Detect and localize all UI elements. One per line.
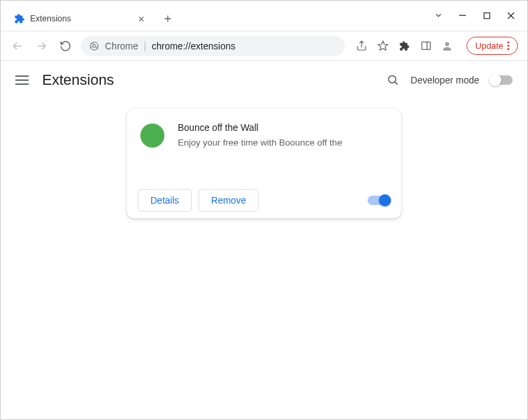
omnibox-separator: |	[144, 40, 146, 52]
extensions-content: Bounce off the Wall Enjoy your free time…	[1, 99, 527, 218]
forward-button[interactable]	[31, 36, 51, 56]
extension-icon	[140, 124, 164, 148]
developer-mode-toggle[interactable]	[490, 75, 513, 85]
chrome-icon	[89, 41, 100, 51]
update-label: Update	[475, 41, 503, 51]
page-title: Extensions	[42, 71, 114, 89]
close-button[interactable]	[506, 11, 515, 20]
minimize-button[interactable]	[458, 11, 467, 20]
search-icon[interactable]	[386, 73, 400, 87]
extensions-page-header: Extensions Developer mode	[1, 61, 527, 99]
toolbar-actions: Update	[353, 37, 521, 55]
hamburger-menu-icon[interactable]	[15, 73, 29, 87]
title-bar: Extensions	[1, 1, 527, 31]
browser-toolbar: Chrome | chrome://extensions Update	[1, 31, 527, 61]
address-bar[interactable]: Chrome | chrome://extensions	[81, 36, 345, 56]
update-button[interactable]: Update	[467, 37, 518, 55]
menu-dots-icon	[507, 41, 509, 50]
svg-point-6	[445, 42, 449, 46]
tab-title: Extensions	[30, 14, 130, 23]
svg-rect-1	[484, 13, 490, 19]
svg-point-7	[389, 75, 396, 83]
extension-card: Bounce off the Wall Enjoy your free time…	[127, 109, 401, 218]
extensions-puzzle-icon[interactable]	[398, 40, 410, 52]
extension-description: Enjoy your free time with Boounce off th…	[178, 137, 388, 150]
remove-button[interactable]: Remove	[199, 189, 259, 212]
tab-close-icon[interactable]	[136, 13, 146, 24]
extension-enable-toggle[interactable]	[368, 196, 390, 205]
svg-line-8	[395, 82, 398, 85]
maximize-button[interactable]	[482, 11, 491, 20]
new-tab-button[interactable]	[158, 9, 177, 28]
bookmark-star-icon[interactable]	[377, 40, 389, 52]
browser-tab[interactable]: Extensions	[6, 7, 153, 31]
side-panel-icon[interactable]	[420, 40, 432, 52]
details-button[interactable]: Details	[138, 189, 192, 212]
svg-rect-4	[422, 42, 430, 49]
svg-point-3	[93, 44, 96, 47]
chevron-down-icon[interactable]	[434, 11, 443, 20]
developer-mode-label: Developer mode	[410, 75, 479, 85]
extension-name: Bounce off the Wall	[178, 122, 388, 133]
extension-favicon-icon	[14, 13, 25, 24]
profile-avatar-icon[interactable]	[441, 40, 453, 52]
omnibox-url: chrome://extensions	[152, 41, 235, 51]
reload-button[interactable]	[55, 36, 76, 56]
window-controls	[434, 0, 527, 31]
omnibox-chrome-label: Chrome	[105, 41, 138, 51]
back-button[interactable]	[7, 36, 27, 56]
share-icon[interactable]	[356, 40, 368, 52]
